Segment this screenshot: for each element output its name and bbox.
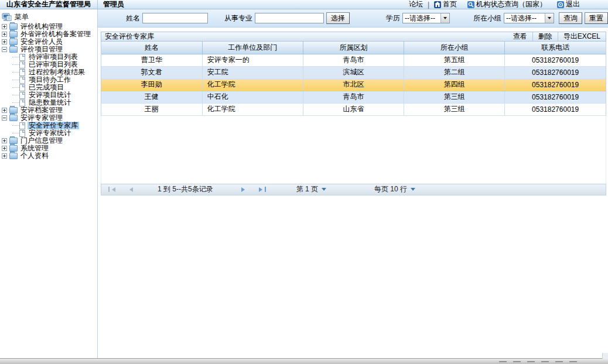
app-title: 山东省安全生产监督管理局 [0, 0, 97, 9]
panel-action-2[interactable]: 导出EXCEL [558, 32, 606, 41]
folder-icon [9, 145, 18, 152]
education-select-arrow-icon[interactable] [440, 13, 449, 23]
education-label: 学历 [386, 13, 400, 23]
column-header[interactable]: 姓名 [101, 42, 202, 54]
folder-icon [9, 46, 18, 53]
table-body: 曹卫华安评专家一的青岛市第五组053182760019郭文君安工院滨城区第二组0… [101, 54, 606, 115]
reset-button[interactable]: 重置 [585, 12, 608, 24]
folder-icon [9, 115, 18, 121]
tree-connector [12, 80, 19, 80]
page-size-text: 每页 10 行 [374, 185, 407, 193]
table-row[interactable]: 郭文君安工院滨城区第二组053182760019 [101, 66, 606, 78]
panel-action-1[interactable]: 删除 [532, 32, 558, 41]
sidebar-item[interactable]: 个人资料 [0, 152, 97, 160]
sidebar-root[interactable]: 菜单 [0, 11, 97, 23]
forum-link[interactable]: 论坛 [409, 0, 423, 9]
scrollbar-tick [569, 361, 577, 362]
org-status-search-icon [467, 1, 474, 8]
org-status-link[interactable]: 机构状态查询（国家） [476, 0, 546, 9]
table-cell: 曹卫华 [101, 54, 202, 66]
page-number-dropdown-icon[interactable] [322, 188, 326, 193]
table-row[interactable]: 王丽化工学院山东省第三组053182760019 [101, 103, 606, 115]
expand-plus-icon[interactable] [2, 24, 7, 29]
title-bar: 山东省安全生产监督管理局 管理员 论坛 | 首页 机构状态查询（国家） 退出 [0, 0, 608, 9]
table-row[interactable]: 曹卫华安评专家一的青岛市第五组053182760019 [101, 54, 606, 66]
query-button[interactable]: 查询 [559, 12, 582, 24]
panel-actions: 查看删除导出EXCEL [508, 32, 606, 41]
column-header[interactable]: 所属区划 [303, 42, 404, 54]
table-cell: 第四组 [404, 78, 505, 91]
education-select-value: --请选择-- [405, 13, 435, 23]
prev-page-button[interactable] [127, 187, 133, 192]
column-header[interactable]: 所在小组 [404, 42, 505, 54]
logout-link[interactable]: 退出 [566, 0, 580, 9]
profession-label: 从事专业 [224, 13, 252, 23]
table-cell: 053182760019 [505, 66, 606, 78]
select-button[interactable]: 选择 [326, 12, 350, 24]
sidebar: 菜单 评价机构管理外省评价机构备案管理安全评价人员评价项目管理待评审项目列表已评… [0, 9, 98, 358]
tree-connector [12, 87, 19, 88]
file-icon [19, 77, 25, 84]
table-cell: 第三组 [404, 91, 505, 103]
grid-empty-area [101, 116, 606, 184]
home-link[interactable]: 首页 [443, 0, 457, 9]
group-select-arrow-icon[interactable] [545, 13, 554, 23]
folder-icon [9, 153, 18, 159]
table-cell: 王丽 [101, 103, 202, 115]
column-header[interactable]: 联系电话 [505, 42, 606, 54]
page-size-selector[interactable]: 每页 10 行 [374, 184, 407, 194]
scrollbar-corner [602, 353, 608, 359]
expand-plus-icon[interactable] [2, 146, 7, 151]
group-select-value: --请选择-- [506, 13, 537, 23]
link-separator: | [428, 1, 429, 9]
page-number-selector[interactable]: 第 1 页 [296, 184, 318, 194]
first-page-button[interactable] [108, 187, 115, 192]
education-select[interactable]: --请选择-- [402, 13, 450, 23]
tree-connector [12, 95, 19, 95]
collapse-minus-icon[interactable] [2, 47, 7, 52]
page-size-dropdown-icon[interactable] [411, 188, 415, 193]
expert-grid-panel: 安全评价专家库 查看删除导出EXCEL 姓名工作单位及部门所属区划所在小组联系电… [101, 32, 606, 195]
tree-connector [12, 64, 19, 65]
expand-plus-icon[interactable] [2, 138, 7, 143]
file-icon [19, 54, 25, 61]
search-toolbar: 姓名 从事专业 选择 学历 --请选择-- 所在小组 --请选择-- 查询 重置 [98, 9, 608, 28]
scrollbar-tick [513, 361, 521, 362]
table-row[interactable]: 王健中石化青岛市第三组053182760019 [101, 91, 606, 103]
table-cell: 青岛市 [303, 54, 404, 66]
profession-input[interactable] [255, 13, 324, 23]
column-header[interactable]: 工作单位及部门 [202, 42, 303, 54]
table-header-row: 姓名工作单位及部门所属区划所在小组联系电话 [101, 42, 606, 54]
home-icon [434, 1, 441, 8]
table-cell: 青岛市 [303, 91, 404, 103]
table-cell: 安评专家一的 [202, 54, 303, 66]
expand-plus-icon[interactable] [2, 32, 7, 37]
table-cell: 053182760019 [505, 54, 606, 66]
table-cell: 053182760019 [505, 103, 606, 115]
group-label: 所在小组 [473, 13, 501, 23]
expand-plus-icon[interactable] [2, 153, 7, 159]
table-cell: 第二组 [404, 66, 505, 78]
name-input[interactable] [142, 13, 208, 23]
file-icon [19, 69, 25, 76]
table-cell: 化工学院 [202, 78, 303, 91]
last-page-button[interactable] [259, 187, 266, 192]
horizontal-scrollbar[interactable] [0, 358, 608, 364]
expand-plus-icon[interactable] [2, 108, 7, 113]
file-icon [19, 61, 25, 68]
panel-header: 安全评价专家库 查看删除导出EXCEL [101, 32, 606, 42]
collapse-minus-icon[interactable] [2, 115, 7, 121]
panel-action-0[interactable]: 查看 [508, 32, 532, 41]
table-cell: 第三组 [404, 103, 505, 115]
table-row[interactable]: 李田勋化工学院市北区第四组053182760019 [101, 78, 606, 91]
next-page-button[interactable] [241, 187, 247, 192]
file-icon [19, 122, 25, 129]
table-cell: 053182760019 [505, 91, 606, 103]
expand-plus-icon[interactable] [2, 39, 7, 44]
file-icon [19, 99, 25, 107]
group-select[interactable]: --请选择-- [504, 13, 554, 23]
table-cell: 中石化 [202, 91, 303, 103]
tree-connector [12, 57, 19, 57]
sidebar-item-label: 个人资料 [19, 152, 50, 160]
tree-connector [12, 125, 19, 126]
